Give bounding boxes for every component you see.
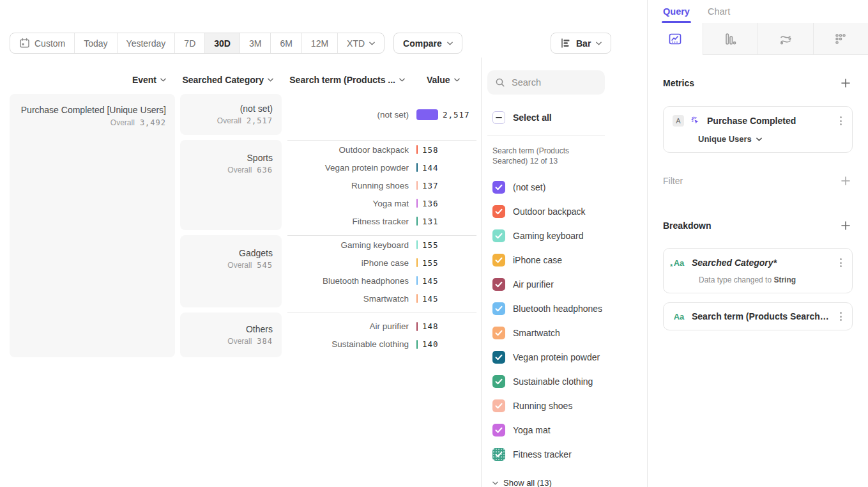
term-bar[interactable]	[416, 258, 418, 267]
retention-tab[interactable]	[814, 23, 868, 54]
legend-checkbox[interactable]	[492, 229, 505, 242]
term-row[interactable]: iPhone case155	[287, 254, 476, 272]
plus-icon	[841, 176, 850, 185]
category-overall: Overall384	[187, 337, 273, 346]
legend-item[interactable]: Outdoor backpack	[487, 199, 647, 224]
legend-item[interactable]: Gaming keyboard	[487, 224, 647, 248]
legend-item[interactable]: Yoga mat	[487, 418, 647, 442]
term-bar[interactable]	[416, 199, 418, 208]
breakdown-kebab-menu[interactable]	[837, 311, 844, 322]
legend-checkbox[interactable]	[492, 448, 505, 461]
breakdown-kebab-menu[interactable]	[837, 257, 844, 268]
add-metric-button[interactable]	[839, 76, 853, 90]
legend-checkbox[interactable]	[492, 327, 505, 339]
legend-item[interactable]: Bluetooth headphones	[487, 297, 647, 321]
column-header-value[interactable]: Value	[416, 75, 461, 85]
term-row[interactable]: Vegan protein powder144	[287, 158, 476, 176]
term-row[interactable]: Sustainable clothing140	[287, 336, 476, 353]
legend-checkbox[interactable]	[492, 254, 505, 267]
term-row[interactable]: Fitness tracker131	[287, 212, 476, 230]
term-row[interactable]: Outdoor backpack158	[287, 141, 476, 158]
flows-icon	[778, 31, 793, 47]
legend-item[interactable]: iPhone case	[487, 248, 647, 272]
date-range-6m[interactable]: 6M	[271, 33, 301, 53]
show-all-button[interactable]: Show all (13)	[492, 478, 647, 487]
date-range-7d[interactable]: 7D	[175, 33, 205, 53]
term-label: Yoga mat	[287, 199, 409, 208]
date-range-label: 3M	[249, 38, 261, 49]
event-card[interactable]: Purchase Completed [Unique Users] Overal…	[10, 94, 175, 357]
legend-checkbox[interactable]	[492, 351, 505, 364]
legend-checkbox[interactable]	[492, 302, 505, 315]
date-range-12m[interactable]: 12M	[302, 33, 338, 53]
legend-item[interactable]: Fitness tracker	[487, 442, 647, 467]
date-range-3m[interactable]: 3M	[240, 33, 271, 53]
legend-item[interactable]: Vegan protein powder	[487, 345, 647, 369]
term-row[interactable]: (not set)2,517	[287, 105, 476, 123]
term-row[interactable]: Running shoes137	[287, 176, 476, 194]
term-bar[interactable]	[416, 181, 418, 190]
date-range-label: Yesterday	[126, 38, 166, 49]
column-header-event[interactable]: Event	[10, 75, 166, 85]
add-filter-button[interactable]	[839, 174, 853, 188]
flows-tab[interactable]	[758, 23, 814, 54]
category-card[interactable]: SportsOverall636	[180, 140, 282, 230]
term-bar[interactable]	[416, 145, 418, 154]
legend-checkbox[interactable]	[492, 205, 505, 218]
legend-item[interactable]: Sustainable clothing	[487, 369, 647, 394]
legend-item[interactable]: Smartwatch	[487, 321, 647, 345]
term-bar[interactable]	[416, 217, 418, 226]
category-card[interactable]: GadgetsOverall545	[180, 235, 282, 307]
select-all-checkbox[interactable]	[492, 111, 505, 124]
compare-button[interactable]: Compare	[393, 33, 462, 54]
term-rows: Outdoor backpack158Vegan protein powder1…	[287, 140, 476, 230]
column-header-term[interactable]: Search term (Products ...	[268, 75, 405, 85]
legend-search-input[interactable]: Search	[487, 70, 605, 95]
category-card[interactable]: OthersOverall384	[180, 313, 282, 357]
metric-aggregation-select[interactable]: Unique Users	[698, 134, 844, 144]
term-bar[interactable]	[416, 322, 418, 331]
term-row[interactable]: Yoga mat136	[287, 194, 476, 212]
date-range-custom[interactable]: Custom	[10, 33, 75, 53]
add-breakdown-button[interactable]	[839, 219, 853, 233]
legend-item[interactable]: Air purifier	[487, 272, 647, 297]
term-value: 145	[422, 276, 439, 286]
term-row[interactable]: Smartwatch145	[287, 290, 476, 307]
term-row[interactable]: Bluetooth headphones145	[287, 272, 476, 290]
breakdown-card-search-term[interactable]: Aa Search term (Products Searched)	[663, 302, 853, 330]
date-range-today[interactable]: Today	[75, 33, 117, 53]
insights-tab[interactable]	[648, 23, 703, 54]
tab-chart[interactable]: Chart	[708, 6, 730, 23]
breakdown-card-searched-category[interactable]: Aa* Searched Category* Data type changed…	[663, 248, 853, 293]
term-bar[interactable]	[416, 240, 418, 249]
column-header-category[interactable]: Searched Category	[180, 75, 273, 85]
legend-checkbox[interactable]	[492, 278, 505, 291]
term-bar[interactable]	[416, 276, 418, 285]
term-row[interactable]: Air purifier148	[287, 318, 476, 336]
column-header-term-label: Search term (Products ...	[289, 75, 395, 85]
metric-kebab-menu[interactable]	[837, 115, 844, 127]
legend-item[interactable]: (not set)	[487, 175, 647, 199]
legend-checkbox[interactable]	[492, 181, 505, 194]
term-bar[interactable]	[416, 109, 438, 120]
term-row[interactable]: Gaming keyboard155	[287, 236, 476, 254]
legend-item[interactable]: Running shoes	[487, 394, 647, 418]
date-range-yesterday[interactable]: Yesterday	[118, 33, 176, 53]
legend-label: Vegan protein powder	[513, 352, 600, 362]
chart-type-select[interactable]: Bar	[551, 33, 611, 54]
funnels-tab[interactable]	[703, 23, 759, 54]
metric-card[interactable]: A Purchase Completed Unique Users	[663, 106, 853, 153]
chart-type-label: Bar	[576, 38, 591, 49]
date-range-xtd[interactable]: XTD	[338, 33, 384, 53]
term-bar[interactable]	[416, 340, 418, 349]
term-bar[interactable]	[416, 163, 418, 172]
legend-checkbox[interactable]	[492, 375, 505, 388]
legend-checkbox[interactable]	[492, 424, 505, 437]
category-card[interactable]: (not set)Overall2,517	[180, 94, 282, 135]
legend-checkbox[interactable]	[492, 399, 505, 412]
tab-query[interactable]: Query	[663, 6, 690, 23]
date-range-30d[interactable]: 30D	[205, 33, 240, 53]
term-bar[interactable]	[416, 294, 418, 303]
select-all-row[interactable]: Select all	[492, 111, 647, 124]
category-title: Others	[187, 324, 273, 334]
